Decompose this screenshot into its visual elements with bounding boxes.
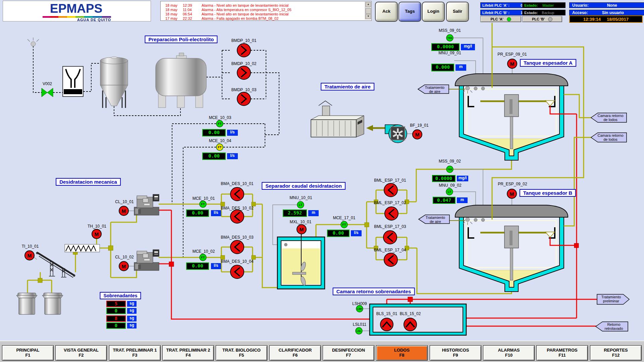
nav-alarmas[interactable]: ALARMASF10 [483,345,535,361]
nav-principal[interactable]: PRINCIPALF1 [2,345,54,361]
label-bma2: BMA_DES_10_02 [221,206,253,210]
thickener-tank-b [455,205,568,292]
nav-desinfeccion[interactable]: DESINFECCIONF7 [323,345,374,361]
pump-bma-des-10-03[interactable] [230,240,244,254]
ft-icon: FT [201,256,205,259]
nav-reportes[interactable]: REPORTESF12 [590,345,642,361]
display-mnu-10-01: 2.592 [283,209,307,217]
unit-mnu-09-02: m [457,197,468,203]
inclined-conveyor-ti [36,252,75,278]
label-bmdp3: BMDP_10_03 [231,87,257,92]
label-lsl: LSL011 [353,322,366,327]
plc-a-button[interactable]: PLC 'A' [480,16,521,22]
plc-b-button[interactable]: PLC 'B' [522,16,562,22]
scroll-thumb[interactable] [366,8,371,14]
sludge-bin-1 [16,293,37,314]
pump-bls-15-01[interactable] [380,318,393,331]
pump-bma-des-10-02[interactable] [230,210,244,223]
alarm-row[interactable]: 17 may22:32Alarma - Falla apagado en bom… [165,16,278,20]
alarm-row[interactable]: 18 may12:39Alarma - Nivel alto en tanque… [165,3,288,7]
label-bml2: BML_ESP_17_02 [374,200,406,205]
pump-bls-15-02[interactable] [404,318,417,331]
polymer-silo [100,57,128,108]
sobrenadantes-value-3: 8 [106,315,126,322]
nav-parametros[interactable]: PARAMETROSF11 [536,345,588,361]
valve-v002[interactable] [42,88,53,97]
pump-bma-des-10-01[interactable] [230,187,244,201]
centrifuge-cl-10-02[interactable] [134,250,159,270]
label-mss1: MSS_09_01 [439,28,461,33]
tags-button[interactable]: Tags [398,2,421,22]
nav-trat-biologico[interactable]: TRAT. BIOLOGICOF5 [216,345,267,361]
salir-button[interactable]: Salir [446,2,469,22]
pump-bml-esp-17-01[interactable] [384,183,397,197]
pump-bml-esp-17-02[interactable] [385,207,398,220]
section-label-tanque-a: Tanque espesador A [520,59,576,67]
label-v002: V002 [43,81,52,86]
nav-clarificador[interactable]: CLARIFICADORF6 [269,345,321,361]
tag-text-aire-a: Tratamientode aire [421,85,449,94]
tag-text-preliminar: Tratamientopreliminar [598,295,625,303]
display-mce-10-02: 0.00 [186,262,209,270]
logo-panel: EPMAPS AGUA DE QUITO [3,1,151,21]
nav-lodos[interactable]: LODOSF8 [376,345,428,361]
ft-icon: FT [201,202,205,206]
lsh-icon: LSH [357,307,362,310]
ack-button[interactable]: Ack [375,2,398,22]
tag-text-lodos-2: Camara retornode lodos [595,133,626,141]
nav-trat-preliminar-1[interactable]: TRAT. PRELIMINAR 1F3 [109,345,161,361]
blower-bf-19-01[interactable] [366,125,407,143]
nav-historicos[interactable]: HISTORICOSF9 [430,345,481,361]
mixer-tank-separador [277,234,325,289]
motor-icon: M [300,227,304,232]
sludge-bin-2 [42,293,63,314]
label-th: TH_10_01 [88,224,106,229]
section-label-camara: Camara retorno sobrenadantes [333,288,415,295]
label-bml4: BML_ESP_17_04 [374,248,406,252]
motor-icon: M [28,253,32,258]
label-mce1001: MCE_10_01 [193,196,215,201]
label-mce1004: MCE_10_04 [209,138,231,143]
sobrenadantes-value-4: 0 [106,322,126,329]
label-bls2: BLS_15_02 [400,311,421,316]
motor-icon: M [510,61,515,67]
logo-title: EPMAPS [50,2,102,16]
label-lsh: LSH009 [352,301,367,306]
alarm-row[interactable]: 18 may06:54Alarma - Nivel alto en tanque… [165,12,288,16]
label-cl2: CL_10_02 [115,255,133,259]
tss-icon: TSS [447,37,452,40]
pump-bmdp-10-01[interactable] [237,44,251,57]
pump-bmdp-10-02[interactable] [237,66,251,79]
pump-bml-esp-17-04[interactable] [384,253,397,266]
nav-vista-general[interactable]: VISTA GENERALF2 [55,345,107,361]
unit-mnu-09-01: m [455,64,466,71]
scroll-down-icon[interactable]: ▼ [366,14,371,19]
unit-mnu-10-01: m [308,210,319,216]
alarm-row[interactable]: 18 may11:04Alarma - Alta temperatura en … [165,8,291,12]
label-bml3: BML_ESP_17_03 [374,224,406,229]
motor-icon: M [415,132,420,137]
label-bma1: BMA_DES_10_01 [221,181,253,186]
label-presp1: PR_ESP_09_01 [497,52,527,57]
nav-trat-preliminar-2[interactable]: TRAT. PRELIMINAR 2F4 [162,345,214,361]
lt-icon: LT [448,190,451,193]
usuario-bar: Usuario:None [569,2,644,8]
label-cl1: CL_10_01 [115,199,133,204]
pump-bmdp-10-03[interactable] [237,92,251,106]
section-label-aire: Tratamiento de aire [321,83,374,90]
pump-bma-des-10-04[interactable] [230,265,244,279]
air-treatment-building [311,101,364,137]
login-button[interactable]: Login [422,2,445,22]
sobrenadantes-unit-2: sg [127,308,137,314]
unit-mss-09-02: mg/l [457,176,468,181]
lifebit-plc-a: Lifebit PLC 'A' :0 [480,2,525,8]
label-mce1003: MCE_10_03 [209,115,231,120]
label-presp2: PR_ESP_09_02 [498,182,527,186]
label-mxl: MXL_10_01 [290,220,312,224]
centrifuge-cl-10-01[interactable] [134,194,159,215]
pump-bml-esp-17-03[interactable] [383,231,397,244]
alarm-scrollbar[interactable]: ▲ ▼ [365,2,371,19]
plc-b-led [548,17,552,21]
scroll-up-icon[interactable]: ▲ [366,2,371,7]
ft-icon: FT [342,223,346,226]
